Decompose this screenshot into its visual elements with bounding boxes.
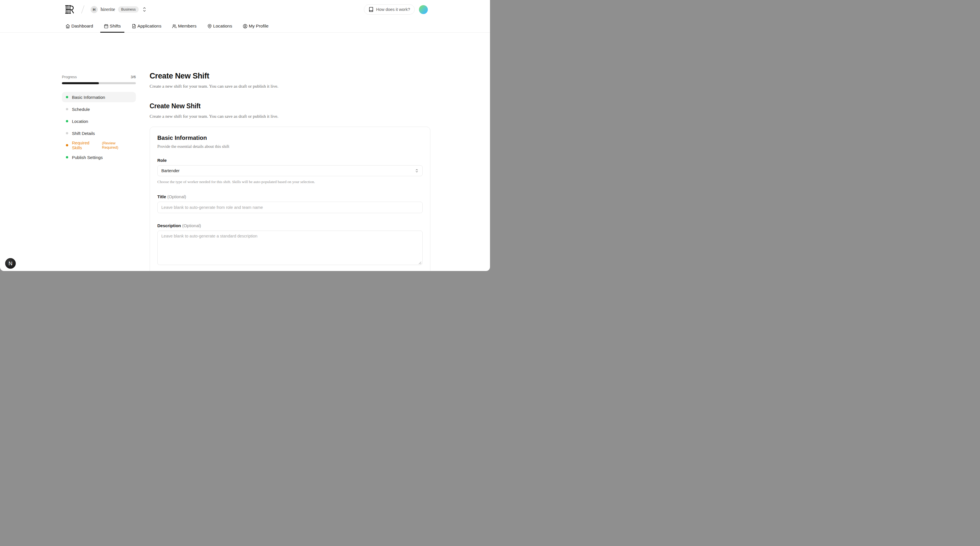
step-required-skills[interactable]: Required Skills (Review Required) (62, 140, 136, 151)
step-status-dot (66, 156, 68, 159)
description-textarea[interactable] (158, 230, 423, 265)
nav-tab-shifts[interactable]: Shifts (100, 20, 124, 32)
nav-tab-dashboard[interactable]: Dashboard (62, 20, 97, 32)
app-page: H hirerite Business (0, 0, 490, 271)
org-avatar: H (91, 6, 98, 13)
wizard-sidebar: Progress 3/6 Basic Information Schedule (62, 75, 136, 164)
chevrons-updown-icon (415, 168, 418, 173)
wizard-steps: Basic Information Schedule Location Shif… (62, 92, 136, 162)
step-status-dot (66, 96, 68, 98)
role-label: Role (158, 158, 423, 163)
role-select-value: Bartender (161, 168, 180, 173)
section-title: Create New Shift (150, 102, 430, 110)
main-panel: Create New Shift Create a new shift for … (150, 71, 430, 271)
step-label: Basic Information (72, 95, 105, 100)
nav-tab-label: Applications (138, 24, 162, 29)
how-it-works-label: How does it work? (376, 7, 410, 12)
page-subtitle: Create a new shift for your team. You ca… (150, 84, 430, 89)
step-publish-settings[interactable]: Publish Settings (62, 152, 136, 162)
nav-tab-locations[interactable]: Locations (204, 20, 235, 32)
nav-tab-label: Dashboard (72, 24, 93, 29)
nav-tab-members[interactable]: Members (169, 20, 200, 32)
step-review-required-note: (Review Required) (102, 141, 132, 149)
card-subtitle: Provide the essential details about this… (158, 144, 423, 149)
user-circle-icon (243, 24, 248, 29)
step-schedule[interactable]: Schedule (62, 104, 136, 114)
step-shift-details[interactable]: Shift Details (62, 128, 136, 138)
progress-count: 3/6 (130, 75, 136, 79)
org-name: hirerite (100, 6, 115, 12)
breadcrumb-separator (81, 5, 85, 14)
step-label: Shift Details (72, 131, 95, 136)
description-field-wrap (158, 230, 423, 266)
step-basic-information[interactable]: Basic Information (62, 92, 136, 102)
step-label: Location (72, 119, 88, 124)
org-switcher[interactable]: H hirerite Business (91, 6, 147, 13)
user-avatar[interactable] (419, 5, 428, 14)
step-status-dot (66, 120, 68, 122)
progress-header: Progress 3/6 (62, 75, 136, 79)
nav-tab-label: Shifts (110, 24, 121, 29)
nav-tab-label: Members (178, 24, 197, 29)
nav-tab-label: My Profile (249, 24, 269, 29)
app-header: H hirerite Business (0, 0, 490, 33)
nav-tab-my-profile[interactable]: My Profile (239, 20, 272, 32)
org-type-badge: Business (118, 6, 139, 13)
page-title: Create New Shift (150, 71, 430, 81)
header-right-group: How does it work? (364, 4, 428, 14)
basic-information-card: Basic Information Provide the essential … (150, 127, 430, 271)
primary-nav: Dashboard Shifts (62, 20, 272, 32)
card-title: Basic Information (158, 134, 423, 141)
title-label: Title (Optional) (158, 194, 423, 199)
progress-fill (62, 82, 99, 84)
dev-tools-badge[interactable]: N (5, 258, 16, 269)
browser-viewport: H hirerite Business (0, 0, 490, 273)
nav-tab-applications[interactable]: Applications (128, 20, 165, 32)
header-top-row: H hirerite Business (64, 3, 147, 16)
step-status-dot (66, 108, 68, 110)
step-status-dot (66, 144, 68, 146)
home-icon (65, 24, 70, 29)
book-icon (369, 7, 374, 12)
step-label: Required Skills (72, 140, 100, 150)
description-label: Description (Optional) (158, 223, 423, 228)
hirerite-logo-icon[interactable] (64, 5, 75, 14)
step-location[interactable]: Location (62, 116, 136, 126)
resize-handle[interactable] (418, 261, 422, 264)
step-status-dot (66, 132, 68, 134)
file-text-icon (132, 24, 137, 29)
progress-bar (62, 82, 136, 84)
users-icon (172, 24, 177, 29)
how-it-works-button[interactable]: How does it work? (364, 4, 415, 14)
role-select[interactable]: Bartender (158, 165, 423, 176)
step-label: Schedule (72, 107, 90, 112)
nav-tab-label: Locations (213, 24, 232, 29)
step-label: Publish Settings (72, 155, 103, 160)
progress-label: Progress (62, 75, 77, 79)
map-pin-icon (207, 24, 212, 29)
section-subtitle: Create a new shift for your team. You ca… (150, 114, 430, 119)
role-helper-text: Choose the type of worker needed for thi… (158, 179, 423, 184)
chevrons-updown-icon[interactable] (142, 6, 147, 13)
calendar-icon (104, 24, 108, 29)
title-input[interactable] (158, 202, 423, 213)
